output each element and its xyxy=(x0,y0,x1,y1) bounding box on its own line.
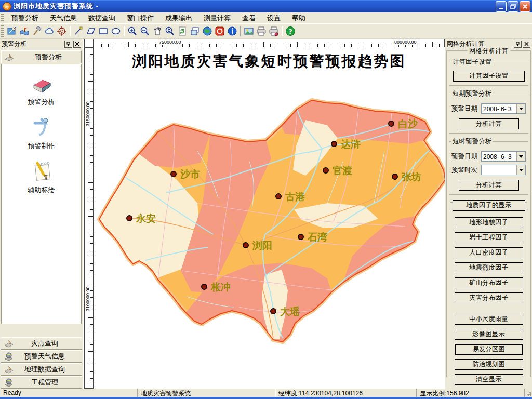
ruler-y-label: 3150000.00 xyxy=(85,101,90,127)
nowcast-date-label: 预警日期 xyxy=(451,152,481,161)
geotech-factor-button[interactable]: 岩土工程因子 xyxy=(455,232,523,243)
prevention-plan-button[interactable]: 防治规划图 xyxy=(455,359,523,370)
zoom-extent-icon[interactable] xyxy=(164,25,176,37)
hammer-icon[interactable] xyxy=(31,25,43,37)
close-icon xyxy=(522,4,528,9)
svg-text:沙市: 沙市 xyxy=(180,169,200,180)
map-canvas[interactable]: 白沙 达浒 官渡 张坊 沙市 古港 永安 石湾 浏阳 枨冲 大瑶 浏阳地质灾害气… xyxy=(94,47,445,389)
hand-globe-icon xyxy=(4,352,14,361)
map-title: 浏阳地质灾害气象短时预警预报趋势图 xyxy=(94,51,445,71)
nowcast-analyze-button[interactable]: 分析计算 xyxy=(459,180,519,191)
chevron-down-icon[interactable] xyxy=(516,165,525,175)
restore-button[interactable] xyxy=(508,1,518,12)
image-map-button[interactable]: 影像图显示 xyxy=(455,329,523,340)
menu-view[interactable]: 查看 xyxy=(236,12,261,24)
zoom-in-icon[interactable] xyxy=(126,25,139,37)
stop-icon[interactable] xyxy=(214,25,226,37)
sidebar-item-label: 地理数据查询 xyxy=(15,365,82,374)
geo-factor-display-button[interactable]: 地质因子的显示 xyxy=(453,200,525,211)
satellite-image-icon[interactable] xyxy=(6,25,18,37)
help-icon[interactable]: ? xyxy=(284,25,297,37)
print-icon[interactable] xyxy=(255,25,268,37)
tool-warning-analysis[interactable]: 预警分析 xyxy=(2,74,81,107)
tool-warning-make[interactable]: 预警制作 xyxy=(2,116,81,151)
svg-text:张坊: 张坊 xyxy=(402,171,421,182)
close-button[interactable] xyxy=(520,1,530,12)
hand-pen-icon xyxy=(4,339,14,348)
menu-weather-info[interactable]: 天气信息 xyxy=(44,12,83,24)
polygon-tool-icon[interactable] xyxy=(85,25,97,37)
sidebar-item-disaster-query[interactable]: 灾点查询 xyxy=(1,337,82,350)
layers-copy-icon[interactable] xyxy=(189,25,201,37)
disaster-factor-button[interactable]: 灾害分布因子 xyxy=(455,292,523,303)
print-alt-icon[interactable] xyxy=(268,25,280,37)
susceptibility-zone-button[interactable]: 易发分区图 xyxy=(455,344,523,355)
ellipse-tool-icon[interactable] xyxy=(110,25,122,37)
menu-warning-analysis[interactable]: 预警分析 xyxy=(6,12,44,24)
menu-help[interactable]: 帮助 xyxy=(286,12,311,24)
info-icon[interactable] xyxy=(226,25,238,37)
menu-settings[interactable]: 设置 xyxy=(261,12,286,24)
tool-assist-plot[interactable]: 辅助标绘 xyxy=(2,160,81,195)
population-factor-button[interactable]: 人口密度因子 xyxy=(455,247,523,258)
pin-icon xyxy=(66,42,71,46)
left-panel-close-button[interactable] xyxy=(73,41,81,48)
menu-data-query[interactable]: 数据查询 xyxy=(83,12,121,24)
zoom-out-icon[interactable] xyxy=(139,25,151,37)
tool-label: 辅助标绘 xyxy=(28,185,55,195)
image-view-icon[interactable] xyxy=(243,25,255,37)
menu-window-ops[interactable]: 窗口操作 xyxy=(121,12,159,24)
sidebar-item-label: 灾点查询 xyxy=(15,339,82,348)
status-ready: Ready xyxy=(0,389,138,397)
window-bottom-border xyxy=(0,397,532,399)
rectangle-tool-icon[interactable] xyxy=(97,25,110,37)
window-title: 浏阳市地质灾害预警系统 - xyxy=(14,2,99,11)
pin-button[interactable] xyxy=(514,41,522,48)
hand-pen-icon xyxy=(4,365,14,374)
terrain-factor-button[interactable]: 地形地貌因子 xyxy=(455,217,523,228)
chevron-down-icon[interactable] xyxy=(516,152,525,161)
grid-analysis-group-label: 网格分析计算 xyxy=(467,47,510,56)
chevron-down-icon[interactable] xyxy=(516,104,525,113)
refresh-page-icon[interactable] xyxy=(176,25,189,37)
warning-make-icon xyxy=(30,116,54,139)
status-scale: 显示比例:156.982 xyxy=(417,389,525,397)
left-panel-header-label: 预警分析 xyxy=(16,52,81,62)
close-icon xyxy=(524,42,529,46)
sidebar-item-geo-data-query[interactable]: 地理数据查询 xyxy=(1,363,82,376)
left-panel-header[interactable]: 预警分析 xyxy=(1,50,82,63)
sidebar-item-label: 工程管理 xyxy=(15,378,82,387)
nowcast-date-value: 2008- 6- 3 xyxy=(482,152,516,161)
resize-grip[interactable] xyxy=(525,389,532,397)
short-term-analyze-button[interactable]: 分析计算 xyxy=(459,118,519,129)
factor-display-group: 地质因子的显示 地形地貌因子 岩土工程因子 人口密度因子 地震烈度因子 矿山分布… xyxy=(450,202,527,391)
right-panel-close-button[interactable] xyxy=(523,41,530,48)
toolbar-grip[interactable] xyxy=(1,25,4,37)
nowcast-group: 短时预警分析 预警日期 2008- 6- 3 预警时次 分析计算 xyxy=(449,137,528,195)
seismic-factor-button[interactable]: 地震烈度因子 xyxy=(455,262,523,273)
pan-hand-icon[interactable] xyxy=(151,25,164,37)
target-icon[interactable] xyxy=(56,25,68,37)
sidebar-item-warning-weather[interactable]: 预警天气信息 xyxy=(1,350,82,363)
clear-display-button[interactable]: 清空显示 xyxy=(455,374,523,385)
menu-measure-calc[interactable]: 测量计算 xyxy=(198,12,236,24)
mine-factor-button[interactable]: 矿山分布因子 xyxy=(455,277,523,288)
line-tool-icon[interactable] xyxy=(72,25,85,37)
factor-setup-button[interactable]: 计算因子设置 xyxy=(453,71,525,82)
cloud-icon[interactable] xyxy=(43,25,56,37)
nowcast-date-select[interactable]: 2008- 6- 3 xyxy=(481,151,526,162)
menu-bar: 预警分析 天气信息 数据查询 窗口操作 成果输出 测量计算 查看 设置 帮助 xyxy=(0,12,532,24)
globe-icon[interactable] xyxy=(201,25,214,37)
minimize-button[interactable] xyxy=(496,1,507,12)
nowcast-time-select[interactable] xyxy=(481,165,526,175)
pin-button[interactable] xyxy=(64,41,72,48)
sidebar-item-project-management[interactable]: 工程管理 xyxy=(1,376,82,389)
menu-result-output[interactable]: 成果输出 xyxy=(159,12,198,24)
rainfall-button[interactable]: 中小尺度雨量 xyxy=(455,314,523,325)
nowcast-label: 短时预警分析 xyxy=(451,137,493,146)
short-term-date-select[interactable]: 2008- 6- 3 xyxy=(481,103,526,114)
menu-grip[interactable] xyxy=(1,14,4,22)
grid-analysis-group: 网格分析计算 计算因子设置 计算因子设置 短期预警分析 预警日期 2008- 6… xyxy=(446,50,531,377)
flag-map-icon[interactable] xyxy=(18,25,31,37)
app-logo-icon: dy xyxy=(3,2,11,11)
